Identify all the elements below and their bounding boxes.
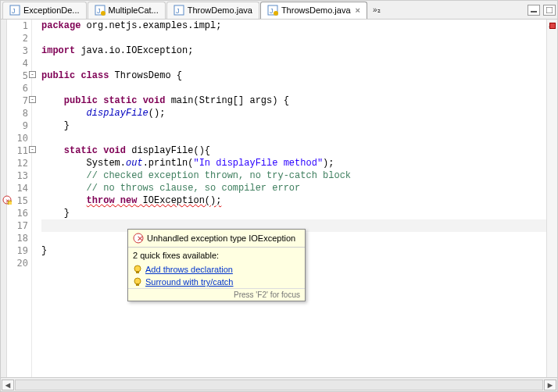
- tab-throwsdemo[interactable]: J ThrowsDemo.java ×: [260, 2, 367, 19]
- maximize-button[interactable]: [543, 5, 556, 16]
- tab-multiplecat[interactable]: J MultipleCat...: [88, 2, 166, 19]
- code-line[interactable]: }: [41, 207, 546, 219]
- svg-point-9: [274, 11, 278, 16]
- horizontal-scrollbar[interactable]: ◄ ►: [1, 377, 557, 391]
- scroll-left-icon[interactable]: ◄: [2, 380, 14, 390]
- lightbulb-icon: [133, 265, 142, 274]
- java-file-icon: J: [173, 5, 184, 16]
- tab-label: ThrowDemo.java: [188, 5, 252, 15]
- java-file-warn-icon: J: [95, 5, 106, 16]
- java-file-warn-icon: J: [267, 5, 278, 16]
- line-number: 3: [7, 45, 28, 57]
- tab-exceptionde[interactable]: J ExceptionDe...: [2, 2, 87, 19]
- svg-rect-19: [136, 271, 139, 273]
- editor-area: 12345-67-891011-12131415✕1617181920 pack…: [1, 20, 557, 377]
- error-marker-icon[interactable]: [549, 23, 556, 29]
- code-editor[interactable]: package org.netjs.examples.impl;import j…: [32, 20, 546, 377]
- quickfix-item[interactable]: Surround with try/catch: [128, 276, 305, 288]
- line-number: 16: [7, 207, 28, 219]
- error-gutter-icon[interactable]: ✕: [2, 195, 12, 205]
- scrollbar-track[interactable]: [15, 380, 543, 390]
- line-number: 8: [7, 107, 28, 119]
- java-file-icon: J: [9, 5, 20, 16]
- tabs-overflow-button[interactable]: »₂: [368, 4, 385, 16]
- line-number: 18: [7, 232, 28, 244]
- svg-point-20: [134, 278, 141, 284]
- line-number: 19: [7, 244, 28, 257]
- svg-text:J: J: [12, 7, 16, 15]
- svg-rect-11: [546, 7, 553, 13]
- line-number: 2: [7, 32, 28, 45]
- svg-rect-21: [136, 283, 139, 286]
- quickfix-link[interactable]: Add throws declaration: [145, 265, 233, 274]
- svg-text:J: J: [97, 7, 101, 15]
- line-number: 9: [7, 119, 28, 132]
- code-line[interactable]: displayFile();: [41, 107, 546, 119]
- line-number: 15✕: [7, 194, 28, 207]
- line-number-gutter[interactable]: 12345-67-891011-12131415✕1617181920: [7, 20, 32, 377]
- line-number: 7-: [7, 94, 28, 107]
- lightbulb-icon: [133, 277, 142, 287]
- svg-text:✕: ✕: [137, 234, 143, 243]
- quickfix-tooltip: ✕ Unhandled exception type IOException 2…: [127, 229, 306, 301]
- tooltip-subtitle: 2 quick fixes available:: [128, 248, 305, 263]
- code-line[interactable]: static void displayFile(){: [41, 144, 546, 157]
- close-icon[interactable]: ×: [356, 5, 360, 15]
- tab-throwdemo[interactable]: J ThrowDemo.java: [166, 2, 259, 19]
- quickfix-item[interactable]: Add throws declaration: [128, 263, 305, 276]
- svg-text:J: J: [270, 7, 274, 15]
- line-number: 1: [7, 20, 28, 32]
- code-line[interactable]: System.out.println("In displayFile metho…: [41, 157, 546, 169]
- overview-ruler[interactable]: [546, 20, 557, 377]
- line-number: 17: [7, 219, 28, 232]
- quickfix-link[interactable]: Surround with try/catch: [145, 277, 234, 287]
- tab-label: ExceptionDe...: [23, 5, 80, 15]
- code-line[interactable]: [41, 82, 546, 94]
- svg-point-14: [8, 201, 12, 205]
- line-number: 5-: [7, 69, 28, 82]
- svg-text:J: J: [176, 7, 180, 15]
- code-line[interactable]: public static void main(String[] args) {: [41, 94, 546, 107]
- tooltip-title: Unhandled exception type IOException: [147, 233, 295, 243]
- code-line[interactable]: import java.io.IOException;: [41, 45, 546, 57]
- line-number: 14: [7, 182, 28, 194]
- code-line[interactable]: }: [41, 119, 546, 132]
- svg-point-4: [101, 11, 106, 16]
- code-line[interactable]: [41, 132, 546, 144]
- error-icon: ✕: [133, 233, 144, 244]
- svg-rect-10: [531, 11, 537, 12]
- code-line[interactable]: package org.netjs.examples.impl;: [41, 20, 546, 32]
- line-number: 10: [7, 132, 28, 144]
- code-line[interactable]: // checked exception thrown, no try-catc…: [41, 169, 546, 182]
- code-line[interactable]: throw new IOException();: [41, 194, 546, 207]
- line-number: 6: [7, 82, 28, 94]
- scroll-right-icon[interactable]: ►: [544, 380, 556, 390]
- code-line[interactable]: public class ThrowsDemo {: [41, 69, 546, 82]
- line-number: 11-: [7, 144, 28, 157]
- editor-tab-bar: J ExceptionDe... J MultipleCat... J Thro…: [1, 1, 557, 20]
- svg-point-18: [134, 265, 141, 272]
- tab-label: MultipleCat...: [109, 5, 159, 15]
- tooltip-footer: Press 'F2' for focus: [128, 288, 305, 301]
- line-number: 12: [7, 157, 28, 169]
- minimize-button[interactable]: [528, 5, 540, 16]
- line-number: 20: [7, 257, 28, 269]
- line-number: 13: [7, 169, 28, 182]
- code-line[interactable]: [41, 32, 546, 45]
- code-line[interactable]: // no throws clause, so compiler error: [41, 182, 546, 194]
- tab-label: ThrowsDemo.java: [281, 5, 351, 15]
- code-line[interactable]: [41, 57, 546, 69]
- line-number: 4: [7, 57, 28, 69]
